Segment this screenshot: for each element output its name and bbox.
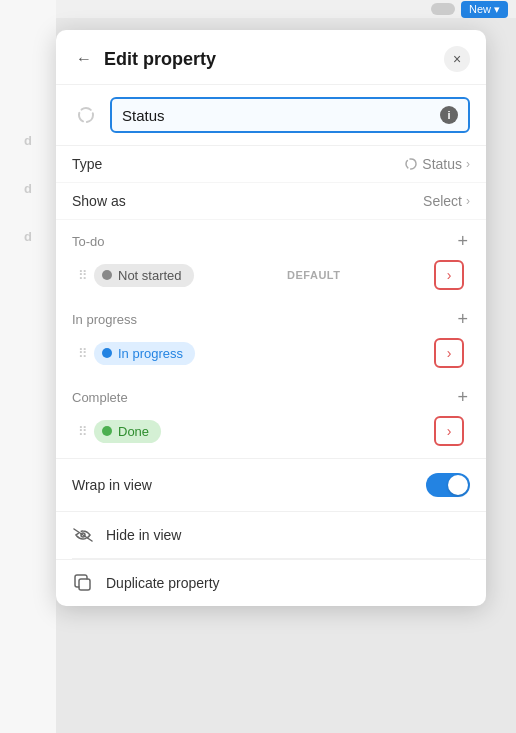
- in-progress-dot: [102, 348, 112, 358]
- done-badge[interactable]: Done: [94, 420, 161, 443]
- todo-section-header: To-do +: [72, 232, 470, 250]
- toggle-control[interactable]: [431, 3, 455, 15]
- type-label: Type: [72, 156, 102, 172]
- show-as-label: Show as: [72, 193, 126, 209]
- not-started-row: ⠿ Not started DEFAULT ›: [72, 256, 470, 294]
- wrap-in-view-row: Wrap in view: [56, 458, 486, 511]
- type-value: Status: [422, 156, 462, 172]
- show-as-value: Select: [423, 193, 462, 209]
- default-label: DEFAULT: [287, 269, 340, 281]
- not-started-dot: [102, 270, 112, 280]
- not-started-label: Not started: [118, 268, 182, 283]
- chevron-down-icon: ▾: [494, 3, 500, 16]
- panel-title: Edit property: [104, 49, 436, 70]
- type-spinner-icon: [404, 157, 418, 171]
- todo-add-button[interactable]: +: [455, 232, 470, 250]
- back-button[interactable]: ←: [72, 48, 96, 70]
- complete-section: Complete + ⠿ Done ›: [56, 376, 486, 454]
- show-as-value-container[interactable]: Select ›: [423, 193, 470, 209]
- hide-icon: [72, 524, 94, 546]
- name-input-row: Status i: [56, 85, 486, 146]
- done-dot: [102, 426, 112, 436]
- in-progress-section-label: In progress: [72, 312, 137, 327]
- complete-section-label: Complete: [72, 390, 128, 405]
- done-expand-button[interactable]: ›: [434, 416, 464, 446]
- in-progress-section: In progress + ⠿ In progress ›: [56, 298, 486, 376]
- type-value-container[interactable]: Status ›: [404, 156, 470, 172]
- sidebar-background: d d d: [0, 0, 56, 733]
- drag-handle-icon[interactable]: ⠿: [78, 268, 86, 283]
- drag-handle-done-icon[interactable]: ⠿: [78, 424, 86, 439]
- new-button[interactable]: New ▾: [461, 1, 508, 18]
- svg-rect-3: [79, 579, 90, 590]
- close-button[interactable]: ×: [444, 46, 470, 72]
- drag-handle-in-progress-icon[interactable]: ⠿: [78, 346, 86, 361]
- svg-point-1: [406, 159, 416, 169]
- complete-add-button[interactable]: +: [455, 388, 470, 406]
- panel-header: ← Edit property ×: [56, 30, 486, 85]
- duplicate-property-row[interactable]: Duplicate property: [56, 559, 486, 606]
- complete-section-header: Complete +: [72, 388, 470, 406]
- show-as-row[interactable]: Show as Select ›: [56, 183, 486, 220]
- in-progress-row: ⠿ In progress ›: [72, 334, 470, 372]
- close-icon: ×: [453, 51, 461, 67]
- edit-property-panel: ← Edit property × Status i Type Status ›: [56, 30, 486, 606]
- todo-section-label: To-do: [72, 234, 105, 249]
- sidebar-item-3: d: [0, 216, 56, 256]
- property-name-value: Status: [122, 107, 165, 124]
- hide-in-view-row[interactable]: Hide in view: [56, 511, 486, 558]
- property-name-input[interactable]: Status i: [110, 97, 470, 133]
- hide-in-view-label: Hide in view: [106, 527, 181, 543]
- info-icon: i: [440, 106, 458, 124]
- duplicate-icon: [72, 572, 94, 594]
- todo-section: To-do + ⠿ Not started DEFAULT ›: [56, 220, 486, 298]
- duplicate-property-label: Duplicate property: [106, 575, 220, 591]
- not-started-expand-button[interactable]: ›: [434, 260, 464, 290]
- new-button-label: New: [469, 3, 491, 15]
- toggle-knob: [448, 475, 468, 495]
- wrap-toggle[interactable]: [426, 473, 470, 497]
- expand-icon: ›: [447, 267, 452, 283]
- spinner-icon: [72, 101, 100, 129]
- in-progress-badge[interactable]: In progress: [94, 342, 195, 365]
- type-row[interactable]: Type Status ›: [56, 146, 486, 183]
- sidebar-item-2: d: [0, 168, 56, 208]
- done-label: Done: [118, 424, 149, 439]
- expand-done-icon: ›: [447, 423, 452, 439]
- in-progress-label: In progress: [118, 346, 183, 361]
- wrap-in-view-label: Wrap in view: [72, 477, 152, 493]
- in-progress-section-header: In progress +: [72, 310, 470, 328]
- expand-in-progress-icon: ›: [447, 345, 452, 361]
- type-chevron-icon: ›: [466, 157, 470, 171]
- not-started-badge[interactable]: Not started: [94, 264, 194, 287]
- back-icon: ←: [76, 50, 92, 68]
- sidebar-item-1: d: [0, 120, 56, 160]
- in-progress-add-button[interactable]: +: [455, 310, 470, 328]
- in-progress-expand-button[interactable]: ›: [434, 338, 464, 368]
- done-row: ⠿ Done ›: [72, 412, 470, 450]
- top-bar: New ▾: [0, 0, 516, 18]
- show-as-chevron-icon: ›: [466, 194, 470, 208]
- svg-point-0: [79, 108, 93, 122]
